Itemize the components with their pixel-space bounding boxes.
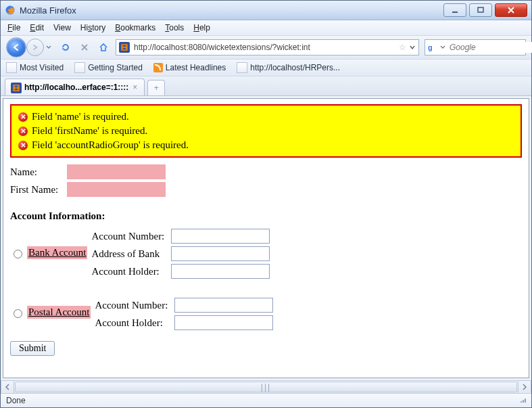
name-label: Name: — [10, 166, 63, 178]
error-text: Field 'name' is required. — [32, 111, 129, 122]
bank-address-label: Address of Bank — [91, 248, 167, 260]
page-icon — [6, 62, 17, 73]
error-icon — [18, 127, 28, 136]
error-text: Field 'accountRadioGroup' is required. — [32, 139, 189, 151]
status-bar: Done — [1, 393, 531, 407]
search-dropdown-icon[interactable] — [440, 45, 445, 50]
error-item: Field 'name' is required. — [18, 110, 514, 124]
error-icon — [18, 112, 28, 122]
new-tab-button[interactable]: + — [147, 80, 165, 95]
active-tab[interactable]: http://localho...erface=:1:::: × — [5, 78, 145, 95]
postal-account-radio[interactable] — [14, 309, 22, 318]
page-icon — [74, 62, 85, 73]
maximize-button[interactable] — [469, 3, 492, 17]
name-input[interactable] — [67, 164, 166, 179]
page-content: Field 'name' is required. Field 'firstNa… — [3, 98, 529, 378]
error-icon — [18, 141, 28, 150]
most-visited[interactable]: Most Visited — [6, 62, 64, 73]
postal-account-holder-input[interactable] — [174, 315, 273, 330]
menu-file[interactable]: File — [7, 23, 20, 32]
page-icon — [237, 62, 247, 73]
window-title: Mozilla Firefox — [20, 5, 439, 16]
forward-button[interactable] — [26, 39, 44, 56]
menu-tools[interactable]: Tools — [165, 23, 184, 32]
history-dropdown[interactable] — [44, 38, 53, 57]
url-input[interactable] — [132, 42, 396, 53]
postal-account-number-input[interactable] — [174, 298, 273, 313]
menu-bookmarks[interactable]: Bookmarks — [115, 23, 155, 32]
title-bar[interactable]: Mozilla Firefox — [1, 1, 531, 20]
stop-button[interactable] — [78, 41, 91, 54]
bank-account-radio[interactable] — [14, 250, 22, 258]
firefox-icon — [5, 5, 16, 16]
nav-toolbar: ☆ g — [1, 36, 531, 60]
bookmarks-bar: Most Visited Getting Started Latest Head… — [1, 60, 531, 76]
account-holder-label: Account Holder: — [91, 266, 167, 277]
browser-search[interactable]: g — [425, 39, 526, 55]
url-dropdown-icon[interactable] — [409, 44, 416, 51]
menu-view[interactable]: View — [53, 23, 71, 32]
svg-rect-1 — [452, 12, 458, 13]
bookmark-star-icon[interactable]: ☆ — [399, 43, 406, 52]
horizontal-scrollbar[interactable]: ||| — [1, 380, 531, 393]
scroll-right-button[interactable] — [518, 380, 531, 394]
postal-account-label[interactable]: Postal Account — [27, 306, 91, 319]
firstname-input[interactable] — [67, 182, 166, 197]
menu-history[interactable]: History — [80, 23, 105, 32]
svg-rect-2 — [478, 7, 483, 12]
menu-help[interactable]: Help — [193, 23, 210, 32]
site-icon — [11, 83, 20, 92]
rss-icon — [153, 63, 163, 72]
bank-account-group: Bank Account Account Number: Address of … — [10, 229, 522, 279]
close-button[interactable] — [495, 3, 527, 17]
tab-label: http://localho...erface=:1:::: — [24, 83, 128, 92]
google-icon: g — [428, 43, 437, 52]
bank-address-input[interactable] — [171, 246, 270, 261]
postal-account-group: Postal Account Account Number: Account H… — [10, 298, 522, 330]
error-item: Field 'firstName' is required. — [18, 124, 514, 138]
status-text: Done — [6, 396, 26, 405]
menu-bar: File Edit View History Bookmarks Tools H… — [1, 20, 531, 36]
error-text: Field 'firstName' is required. — [32, 125, 147, 137]
bank-account-label[interactable]: Bank Account — [27, 246, 87, 259]
account-section-title: Account Information: — [10, 210, 522, 222]
address-bar[interactable]: ☆ — [116, 39, 419, 55]
form: Name: First Name: Account Information: B… — [10, 163, 522, 356]
firstname-label: First Name: — [10, 184, 63, 196]
latest-headlines[interactable]: Latest Headlines — [153, 63, 226, 72]
getting-started[interactable]: Getting Started — [74, 62, 143, 73]
minimize-button[interactable] — [443, 3, 466, 17]
search-input[interactable] — [448, 42, 532, 53]
scroll-left-button[interactable] — [1, 380, 14, 394]
submit-button[interactable]: Submit — [10, 341, 55, 356]
window-controls — [443, 3, 527, 17]
resize-grip-icon[interactable] — [521, 399, 526, 403]
application-window: Mozilla Firefox File Edit View History B… — [0, 0, 532, 408]
svg-text:g: g — [428, 43, 433, 51]
validation-feedback: Field 'name' is required. Field 'firstNa… — [10, 104, 522, 158]
hr-link[interactable]: http://localhost/HRPers... — [237, 62, 340, 73]
menu-edit[interactable]: Edit — [30, 23, 44, 32]
tab-close-icon[interactable]: × — [132, 83, 137, 92]
reload-button[interactable] — [59, 41, 72, 54]
tab-bar: http://localho...erface=:1:::: × + — [1, 76, 531, 96]
home-button[interactable] — [97, 41, 110, 54]
account-number-label: Account Number: — [95, 300, 170, 311]
scroll-thumb[interactable]: ||| — [15, 382, 517, 392]
bank-account-holder-input[interactable] — [171, 264, 270, 279]
back-button[interactable] — [6, 37, 26, 58]
account-holder-label: Account Holder: — [95, 317, 170, 329]
site-icon — [119, 42, 130, 53]
account-number-label: Account Number: — [91, 231, 167, 242]
bank-account-number-input[interactable] — [171, 229, 270, 244]
error-item: Field 'accountRadioGroup' is required. — [18, 138, 514, 152]
